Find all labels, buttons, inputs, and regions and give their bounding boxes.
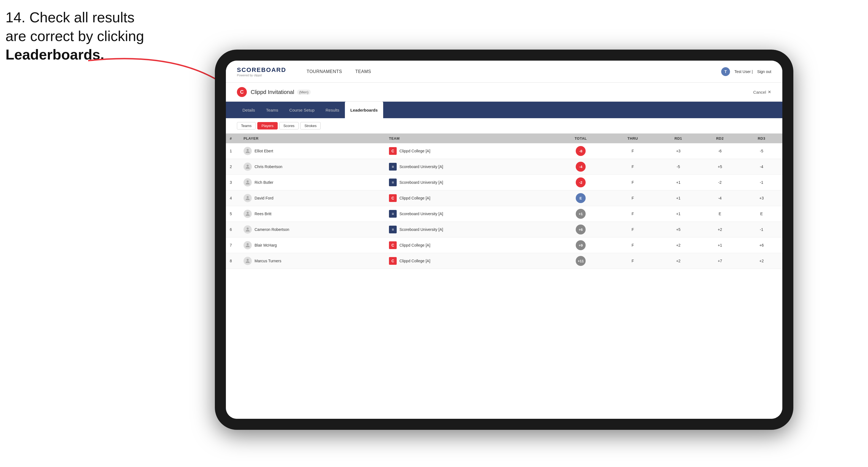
cancel-button[interactable]: Cancel ✕ (753, 90, 771, 94)
team-logo: C (389, 241, 397, 249)
cell-thru: F (608, 159, 657, 175)
table-row: 6Cameron Robertson≡Scoreboard University… (226, 222, 782, 238)
table-row: 3Rich Butler≡Scoreboard University [A]-2… (226, 175, 782, 190)
filter-strokes[interactable]: Strokes (300, 122, 321, 129)
cell-rank: 7 (226, 238, 240, 253)
score-badge: +11 (576, 256, 586, 266)
signout-button[interactable]: Sign out (757, 69, 771, 74)
filter-scores[interactable]: Scores (279, 122, 299, 129)
cell-team: ≡Scoreboard University [A] (385, 206, 553, 222)
tournament-icon: C (237, 87, 247, 97)
tab-course-setup[interactable]: Course Setup (284, 102, 320, 118)
tab-results[interactable]: Results (320, 102, 345, 118)
cell-thru: F (608, 190, 657, 206)
team-logo: C (389, 147, 397, 155)
cell-player: David Ford (240, 190, 385, 206)
player-avatar (244, 194, 252, 202)
tab-teams[interactable]: Teams (260, 102, 284, 118)
sub-header: C Clippd Invitational (Men) Cancel ✕ (226, 83, 782, 102)
team-logo: ≡ (389, 226, 397, 234)
cell-rd1: +1 (657, 206, 699, 222)
cell-player: Marcus Turners (240, 253, 385, 269)
cell-rd2: +7 (699, 253, 741, 269)
cell-total: +1 (553, 206, 608, 222)
player-name: Cameron Robertson (254, 227, 289, 232)
score-badge: E (576, 193, 586, 203)
cell-player: Chris Robertson (240, 159, 385, 175)
player-avatar (244, 241, 252, 249)
cell-total: +6 (553, 222, 608, 238)
score-badge: +1 (576, 209, 586, 219)
nav-links: TOURNAMENTS TEAMS (300, 61, 378, 83)
col-rd2: RD2 (699, 134, 741, 143)
cell-thru: F (608, 253, 657, 269)
cell-team: ≡Scoreboard University [A] (385, 175, 553, 190)
team-logo: C (389, 194, 397, 202)
cell-player: Elliot Ebert (240, 143, 385, 159)
cell-rd2: -4 (699, 190, 741, 206)
player-name: Chris Robertson (254, 164, 282, 169)
cell-player: Cameron Robertson (240, 222, 385, 238)
player-avatar (244, 210, 252, 218)
player-name: Marcus Turners (254, 259, 281, 263)
svg-point-2 (247, 165, 248, 167)
player-name: Blair McHarg (254, 243, 277, 247)
player-avatar (244, 257, 252, 265)
cell-team: CClippd College [A] (385, 143, 553, 159)
nav-tournaments[interactable]: TOURNAMENTS (300, 61, 349, 83)
player-avatar (244, 178, 252, 187)
col-thru: THRU (608, 134, 657, 143)
cell-rd1: +1 (657, 190, 699, 206)
player-avatar (244, 147, 252, 155)
cell-thru: F (608, 143, 657, 159)
leaderboard-table: # PLAYER TEAM TOTAL THRU RD1 RD2 RD3 1El… (226, 134, 782, 419)
col-team: TEAM (385, 134, 553, 143)
cell-thru: F (608, 206, 657, 222)
team-logo: C (389, 257, 397, 265)
nav-teams[interactable]: TEAMS (349, 61, 378, 83)
team-name: Scoreboard University [A] (399, 180, 443, 185)
cell-team: CClippd College [A] (385, 253, 553, 269)
filter-teams[interactable]: Teams (237, 122, 256, 129)
svg-point-6 (247, 227, 248, 229)
team-name: Scoreboard University [A] (399, 227, 443, 232)
cell-rank: 2 (226, 159, 240, 175)
tab-leaderboards[interactable]: Leaderboards (345, 102, 383, 118)
filter-players[interactable]: Players (257, 122, 277, 129)
team-name: Scoreboard University [A] (399, 212, 443, 216)
score-badge: -2 (576, 178, 586, 187)
tab-bar: Details Teams Course Setup Results Leade… (226, 102, 782, 118)
score-badge: +6 (576, 224, 586, 235)
user-avatar: T (721, 67, 730, 76)
cell-player: Blair McHarg (240, 238, 385, 253)
cell-rd3: -1 (741, 175, 782, 190)
svg-point-3 (247, 181, 248, 182)
cell-rd3: E (741, 206, 782, 222)
player-avatar (244, 225, 252, 234)
col-total: TOTAL (553, 134, 608, 143)
tournament-title: Clippd Invitational (251, 89, 294, 95)
col-rank: # (226, 134, 240, 143)
cell-rank: 5 (226, 206, 240, 222)
logo-area: SCOREBOARD Powered by clippd (237, 66, 286, 77)
cell-rank: 4 (226, 190, 240, 206)
tab-details[interactable]: Details (237, 102, 260, 118)
cell-rd3: +6 (741, 238, 782, 253)
tablet-screen: SCOREBOARD Powered by clippd TOURNAMENTS… (226, 61, 782, 419)
table-row: 1Elliot EbertCClippd College [A]-8F+3-6-… (226, 143, 782, 159)
cell-total: -4 (553, 159, 608, 175)
cell-team: ≡Scoreboard University [A] (385, 159, 553, 175)
team-logo: ≡ (389, 163, 397, 170)
cell-rd1: +2 (657, 238, 699, 253)
team-logo: ≡ (389, 179, 397, 186)
cell-rd1: +2 (657, 253, 699, 269)
cell-thru: F (608, 222, 657, 238)
cell-rd1: -5 (657, 159, 699, 175)
cell-player: Rees Britt (240, 206, 385, 222)
col-rd3: RD3 (741, 134, 782, 143)
cell-rd3: -1 (741, 222, 782, 238)
team-logo: ≡ (389, 210, 397, 218)
cell-rd2: -6 (699, 143, 741, 159)
cell-team: CClippd College [A] (385, 238, 553, 253)
cell-rd2: +5 (699, 159, 741, 175)
